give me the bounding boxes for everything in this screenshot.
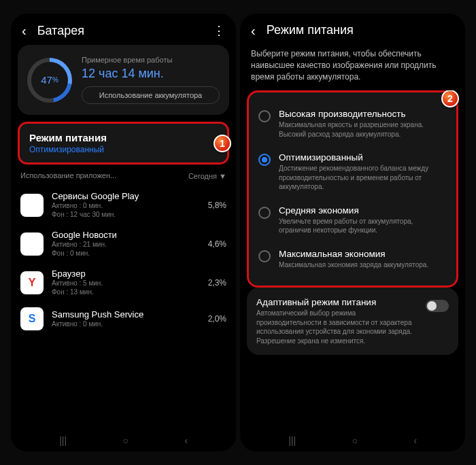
option-title: Оптимизированный — [279, 152, 447, 162]
callout-badge-1: 1 — [214, 135, 231, 152]
adaptive-title: Адаптивный режим питания — [256, 297, 419, 307]
page-title: Режим питания — [267, 23, 454, 37]
more-icon[interactable]: ⋮ — [213, 23, 225, 38]
today-dropdown[interactable]: Сегодня ▼ — [188, 172, 226, 180]
app-name: Google Новости — [52, 230, 200, 240]
app-usage-label: Использование приложен... — [20, 171, 116, 180]
power-mode-value: Оптимизированный — [29, 145, 218, 154]
radio-icon[interactable] — [258, 110, 271, 122]
android-navbar: ||| ○ ‹ — [240, 434, 465, 451]
app-meta: Активно : 0 мин.Фон : 12 час 30 мин. — [52, 201, 200, 219]
app-meta: Активно : 21 мин.Фон : 0 мин. — [52, 240, 200, 258]
power-mode-options: 2 Высокая производительностьМаксимальная… — [247, 90, 458, 288]
screen-description: Выберите режим питания, чтобы обеспечить… — [240, 44, 465, 90]
battery-summary-card: 47% Примерное время работы 12 час 14 мин… — [18, 45, 229, 115]
battery-percent: 47 — [41, 74, 52, 86]
option-desc: Максимальная экономия заряда аккумулятор… — [279, 260, 447, 270]
header: ‹ Батарея ⋮ — [11, 14, 236, 45]
radio-icon[interactable] — [258, 154, 271, 166]
adaptive-power-row[interactable]: Адаптивный режим питания Автоматический … — [247, 288, 458, 355]
power-mode-option[interactable]: Высокая производительностьМаксимальная я… — [257, 102, 448, 145]
power-mode-option[interactable]: ОптимизированныйДостижение рекомендованн… — [257, 145, 448, 199]
option-title: Максимальная экономия — [279, 249, 447, 259]
app-row[interactable]: GGoogle НовостиАктивно : 21 мин.Фон : 0 … — [18, 224, 229, 263]
nav-home-icon[interactable]: ○ — [352, 435, 357, 446]
power-mode-screen: ‹ Режим питания Выберите режим питания, … — [240, 14, 465, 451]
header: ‹ Режим питания — [240, 14, 465, 44]
app-percent: 4,6% — [208, 239, 226, 249]
option-desc: Достижение рекомендованного баланса межд… — [279, 164, 447, 192]
back-icon[interactable]: ‹ — [22, 24, 27, 37]
radio-icon[interactable] — [258, 207, 271, 219]
app-icon: ▶ — [20, 194, 44, 217]
app-icon: G — [20, 232, 44, 256]
app-row[interactable]: SSamsung Push ServiceАктивно : 0 мин.2,0… — [18, 302, 229, 336]
app-usage-header: Использование приложен... Сегодня ▼ — [20, 171, 226, 180]
app-icon: S — [20, 307, 44, 330]
app-row[interactable]: ▶Сервисы Google PlayАктивно : 0 мин.Фон … — [18, 186, 229, 224]
app-meta: Активно : 0 мин. — [52, 320, 200, 328]
android-navbar: ||| ○ ‹ — [11, 434, 236, 451]
option-title: Средняя экономия — [279, 205, 447, 216]
adaptive-toggle[interactable] — [426, 300, 449, 312]
battery-ring: 47% — [27, 58, 72, 103]
radio-icon[interactable] — [258, 250, 271, 262]
eta-label: Примерное время работы — [82, 56, 220, 64]
power-mode-title: Режим питания — [29, 132, 218, 143]
callout-badge-2: 2 — [441, 90, 459, 107]
app-name: Samsung Push Service — [52, 309, 200, 320]
app-icon: Y — [20, 271, 44, 294]
app-percent: 2,3% — [208, 278, 226, 288]
app-row[interactable]: YБраузерАктивно : 5 мин.Фон : 13 мин.2,3… — [18, 263, 229, 302]
app-percent: 5,8% — [208, 201, 226, 210]
option-title: Высокая производительность — [279, 109, 447, 119]
battery-usage-button[interactable]: Использование аккумулятора — [82, 86, 220, 104]
power-mode-row[interactable]: Режим питания Оптимизированный 1 — [18, 122, 229, 165]
nav-back-icon[interactable]: ‹ — [184, 435, 188, 446]
app-name: Браузер — [52, 269, 200, 279]
nav-recent-icon[interactable]: ||| — [288, 435, 296, 446]
nav-home-icon[interactable]: ○ — [122, 435, 128, 446]
app-percent: 2,0% — [208, 314, 226, 324]
option-desc: Максимальная яркость и разрешение экрана… — [279, 120, 447, 139]
adaptive-desc: Автоматический выбор режима производител… — [256, 309, 419, 345]
nav-recent-icon[interactable]: ||| — [59, 435, 67, 446]
page-title: Батарея — [37, 24, 202, 38]
app-name: Сервисы Google Play — [52, 191, 200, 201]
app-meta: Активно : 5 мин.Фон : 13 мин. — [52, 279, 200, 296]
nav-back-icon[interactable]: ‹ — [413, 435, 417, 446]
power-mode-option[interactable]: Максимальная экономияМаксимальная эконом… — [257, 242, 448, 277]
battery-screen: ‹ Батарея ⋮ 47% Примерное время работы 1… — [11, 14, 236, 451]
eta-value: 12 час 14 мин. — [82, 67, 220, 81]
back-icon[interactable]: ‹ — [251, 24, 256, 37]
power-mode-option[interactable]: Средняя экономияУвеличьте время работы о… — [257, 199, 448, 242]
option-desc: Увеличьте время работы от аккумулятора, … — [279, 217, 447, 235]
